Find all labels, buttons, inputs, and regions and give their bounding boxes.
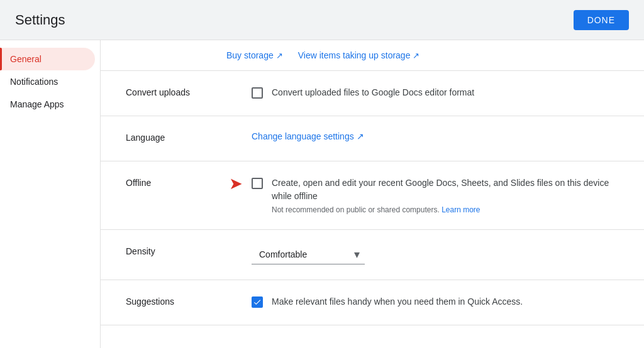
main-layout: General Notifications Manage Apps Buy st… [0, 40, 644, 348]
convert-uploads-checkbox[interactable] [252, 87, 263, 99]
red-arrow-icon: ➤ [229, 174, 243, 193]
convert-uploads-checkbox-wrap [252, 87, 263, 99]
density-dropdown[interactable]: Comfortable ▾ [252, 245, 365, 264]
sidebar-item-general[interactable]: General [0, 48, 95, 70]
storage-links-row: Buy storage ↗ View items taking up stora… [101, 40, 644, 71]
suggestions-label: Suggestions [126, 295, 252, 307]
density-value: Comfortable [259, 249, 307, 259]
change-language-external-icon: ↗ [357, 131, 364, 141]
language-control: Change language settings ↗ [252, 131, 619, 141]
sidebar-label-notifications: Notifications [10, 77, 58, 87]
offline-main-row: ➤ Create, open and edit your recent Goog… [252, 177, 619, 214]
buy-storage-external-icon: ↗ [276, 51, 283, 60]
arrow-annotation: ➤ [229, 174, 243, 193]
change-language-link[interactable]: Change language settings ↗ [252, 131, 364, 141]
offline-description-wrap: Create, open and edit your recent Google… [272, 177, 619, 214]
convert-uploads-control: Convert uploaded files to Google Docs ed… [252, 86, 619, 99]
offline-checkbox[interactable] [252, 178, 263, 189]
view-storage-external-icon: ↗ [413, 51, 419, 60]
suggestions-control: Make relevant files handy when you need … [252, 295, 619, 308]
language-label: Language [126, 131, 252, 143]
done-button[interactable]: DONE [574, 10, 629, 30]
buy-storage-link[interactable]: Buy storage ↗ [226, 50, 283, 60]
settings-content: Buy storage ↗ View items taking up stora… [101, 40, 644, 348]
learn-more-link[interactable]: Learn more [441, 205, 480, 214]
convert-uploads-row: Convert uploads Convert uploaded files t… [101, 71, 644, 116]
offline-note-text: Not recommended on public or shared comp… [272, 205, 440, 214]
sidebar-item-manage-apps[interactable]: Manage Apps [0, 93, 95, 116]
buy-storage-label: Buy storage [226, 50, 274, 60]
convert-uploads-description: Convert uploaded files to Google Docs ed… [272, 86, 474, 99]
density-label: Density [126, 245, 252, 256]
offline-description: Create, open and edit your recent Google… [272, 178, 609, 201]
header: Settings DONE [0, 0, 644, 40]
density-dropdown-arrow-icon: ▾ [354, 247, 360, 261]
density-row: Density Comfortable ▾ [101, 230, 644, 280]
view-storage-link[interactable]: View items taking up storage ↗ [298, 50, 420, 60]
density-control: Comfortable ▾ [252, 245, 619, 264]
language-row: Language Change language settings ↗ [101, 116, 644, 161]
suggestions-row: Suggestions Make relevant files handy wh… [101, 280, 644, 325]
convert-uploads-label: Convert uploads [126, 86, 252, 97]
offline-content: ➤ Create, open and edit your recent Goog… [252, 177, 619, 214]
sidebar-label-general: General [10, 54, 42, 64]
sidebar-label-manage-apps: Manage Apps [10, 99, 64, 109]
offline-row: Offline ➤ Create, open and edit your rec… [101, 161, 644, 230]
suggestions-checkbox[interactable] [252, 296, 263, 308]
suggestions-checkbox-wrap [252, 296, 263, 308]
sidebar-item-notifications[interactable]: Notifications [0, 70, 95, 93]
suggestions-description: Make relevant files handy when you need … [272, 295, 523, 308]
sidebar: General Notifications Manage Apps [0, 40, 101, 348]
page-title: Settings [15, 12, 65, 28]
change-language-text: Change language settings [252, 131, 354, 141]
offline-note: Not recommended on public or shared comp… [272, 205, 619, 214]
offline-checkbox-wrap: ➤ [252, 178, 263, 189]
checkmark-icon [253, 298, 262, 307]
view-storage-label: View items taking up storage [298, 50, 411, 60]
